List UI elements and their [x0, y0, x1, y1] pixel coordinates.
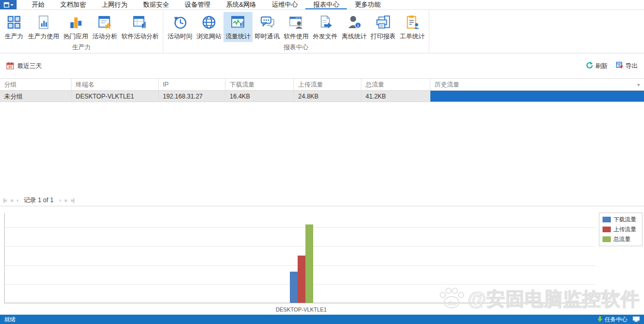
next-page-button[interactable]: › — [59, 197, 61, 203]
legend-label: 下载流量 — [613, 216, 636, 223]
column-download[interactable]: 下载流量 — [226, 79, 294, 90]
app-menu-button[interactable] — [0, 0, 17, 9]
ribbon-button-label: 活动分析 — [92, 32, 117, 41]
window-analysis-icon — [131, 13, 149, 31]
ribbon-button-activity-time[interactable]: 活动时间 — [165, 12, 194, 42]
status-bar-right: 任务中心 — [597, 316, 640, 323]
tab-more-functions[interactable]: 更多功能 — [347, 0, 388, 9]
history-traffic-bar — [430, 91, 644, 102]
legend-swatch — [603, 217, 611, 222]
column-upload[interactable]: 上传流量 — [294, 79, 361, 90]
cell-terminal-name: DESKTOP-VLKTLE1 — [72, 91, 159, 102]
table-header: 分组 终端名 IP 下载流量 上传流量 总流量 历史流量 ▾ — [0, 78, 644, 91]
tab-ops-center[interactable]: 运维中心 — [264, 0, 305, 9]
menu-bar: 开始 文档加密 上网行为 数据安全 设备管理 系统&网络 运维中心 报表中心 更… — [0, 0, 644, 10]
tab-report-center[interactable]: 报表中心 — [305, 0, 347, 9]
ribbon-button-label: 打印报表 — [371, 32, 396, 41]
chevron-down-icon — [10, 4, 13, 6]
first-page-button[interactable]: |« — [3, 197, 7, 203]
traffic-stats-icon — [229, 13, 247, 31]
ribbon-button-activity-analysis[interactable]: 活动分析 — [90, 12, 119, 42]
column-history-label: 历史流量 — [435, 81, 459, 88]
ribbon-button-software-usage[interactable]: 软件使用 — [282, 12, 311, 42]
traffic-table: 分组 终端名 IP 下载流量 上传流量 总流量 历史流量 ▾ 未分组 DESKT… — [0, 78, 644, 102]
ribbon-button-label: 即时通讯 — [255, 32, 279, 41]
legend-swatch — [603, 227, 611, 232]
column-total[interactable]: 总流量 — [361, 79, 430, 90]
ribbon-button-software-activity-analysis[interactable]: 软件活动分析 — [119, 12, 161, 42]
tab-system-network[interactable]: 系统&网络 — [218, 0, 264, 9]
ribbon-group-productivity: 生产力 生产力使用 热门应用 — [0, 10, 163, 53]
user-info-icon: i — [345, 13, 363, 31]
ribbon-button-browse-websites[interactable]: 浏览网站 — [194, 12, 223, 42]
legend-label: 上传流量 — [613, 226, 636, 233]
menu-tabs: 开始 文档加密 上网行为 数据安全 设备管理 系统&网络 运维中心 报表中心 更… — [24, 0, 388, 9]
chart-legend: 下载流量上传流量总流量 — [599, 213, 642, 246]
clock-history-icon — [171, 13, 189, 31]
ribbon-button-label: 流量统计 — [226, 32, 250, 41]
export-icon — [616, 62, 623, 71]
cell-group: 未分组 — [0, 91, 72, 102]
ribbon-button-label: 生产力使用 — [28, 32, 59, 41]
prev-group-button[interactable]: « — [10, 197, 13, 203]
column-terminal-name[interactable]: 终端名 — [72, 79, 159, 90]
tab-document-encryption[interactable]: 文档加密 — [52, 0, 94, 9]
date-range-filter[interactable]: 23 最近三天 — [6, 62, 42, 71]
chat-icon — [258, 13, 276, 31]
ribbon-group-label-productivity: 生产力 — [2, 42, 161, 54]
cell-upload: 24.8KB — [294, 91, 361, 102]
prev-page-button[interactable]: ‹ — [17, 197, 18, 203]
ribbon: 生产力 生产力使用 热门应用 — [0, 10, 644, 53]
printer-icon — [374, 13, 392, 31]
tab-internet-behavior[interactable]: 上网行为 — [94, 0, 135, 9]
ribbon-button-label: 软件使用 — [284, 32, 309, 41]
tab-device-management[interactable]: 设备管理 — [177, 0, 218, 9]
document-chart-icon — [35, 13, 52, 31]
ribbon-button-traffic-stats[interactable]: 流量统计 — [223, 12, 253, 42]
ribbon-button-label: 活动时间 — [167, 32, 192, 41]
legend-item: 下载流量 — [603, 216, 639, 223]
ribbon-button-instant-messaging[interactable]: 即时通讯 — [253, 12, 282, 42]
chart-gridline — [5, 246, 595, 247]
next-group-button[interactable]: » — [64, 197, 67, 203]
ribbon-button-label: 外发文件 — [313, 32, 338, 41]
window-user-icon — [287, 13, 305, 31]
hot-apps-bars-icon — [67, 13, 85, 31]
download-arrow-icon — [597, 316, 603, 323]
task-center-button[interactable]: 任务中心 — [597, 316, 627, 323]
chart-gridline — [5, 227, 595, 228]
ribbon-button-label: 软件活动分析 — [121, 32, 159, 41]
ribbon-button-productivity-usage[interactable]: 生产力使用 — [26, 12, 61, 42]
ribbon-button-productivity[interactable]: 生产力 — [2, 12, 26, 42]
cell-ip: 192.168.31.27 — [159, 91, 226, 102]
ribbon-group-report-center: 活动时间 浏览网站 流量统计 — [163, 10, 429, 53]
column-ip[interactable]: IP — [159, 79, 226, 90]
document-star-icon — [96, 13, 114, 31]
calendar-icon: 23 — [6, 62, 14, 71]
date-range-label: 最近三天 — [17, 62, 42, 71]
column-group[interactable]: 分组 — [0, 79, 72, 90]
column-filter-dropdown-icon[interactable]: ▾ — [637, 79, 640, 91]
ribbon-button-label: 浏览网站 — [197, 32, 221, 41]
last-page-button[interactable]: »| — [71, 197, 74, 203]
ribbon-button-label: 生产力 — [5, 32, 23, 41]
refresh-label: 刷新 — [595, 62, 608, 71]
refresh-button[interactable]: 刷新 — [586, 62, 608, 71]
ribbon-group-label-report-center: 报表中心 — [165, 42, 427, 54]
ribbon-button-ticket-stats[interactable]: 工单统计 — [398, 12, 427, 42]
table-row[interactable]: 未分组 DESKTOP-VLKTLE1 192.168.31.27 16.4KB… — [0, 91, 644, 102]
task-center-label: 任务中心 — [605, 316, 627, 323]
chart-bar-2 — [298, 256, 305, 303]
ribbon-button-print-reports[interactable]: 打印报表 — [369, 12, 398, 42]
ribbon-button-outgoing-files[interactable]: 外发文件 — [311, 12, 340, 42]
export-button[interactable]: 导出 — [616, 62, 638, 71]
column-history[interactable]: 历史流量 ▾ — [430, 79, 644, 90]
pagination: |« « ‹ 记录 1 of 1 › » »| — [3, 195, 74, 205]
ribbon-button-offline-stats[interactable]: i 离线统计 — [340, 12, 369, 42]
tab-data-security[interactable]: 数据安全 — [135, 0, 177, 9]
ribbon-button-hot-apps[interactable]: 热门应用 — [61, 12, 90, 42]
monitor-icon[interactable] — [633, 316, 640, 323]
cell-download: 16.4KB — [226, 91, 294, 102]
tab-start[interactable]: 开始 — [24, 0, 52, 9]
chart-bar-1 — [290, 272, 298, 303]
